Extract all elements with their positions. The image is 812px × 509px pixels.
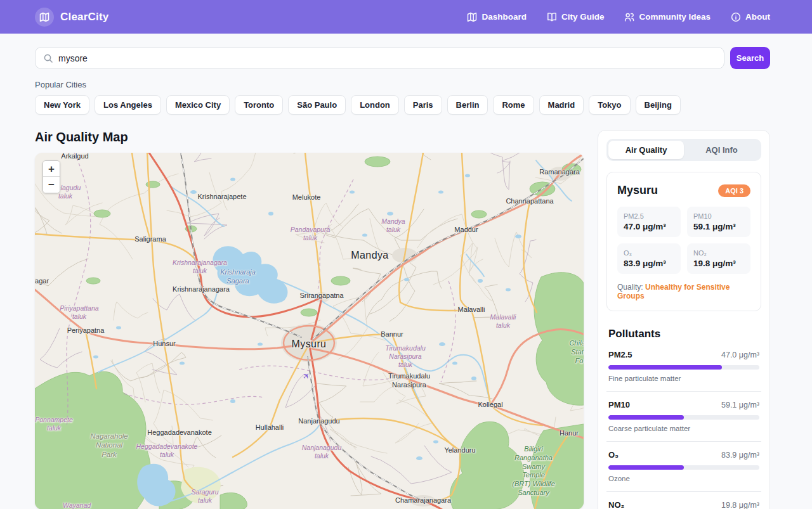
map-label: Channapattana: [506, 197, 553, 206]
map-label: Chamarajanagara: [395, 496, 451, 505]
pollutant-progress-fill: [608, 365, 722, 370]
map-label: Tirumakudalu Narasipura taluk: [385, 344, 426, 369]
air-quality-map[interactable]: Arkalgudakalagudu talukKrishnarajapeteMe…: [35, 153, 584, 509]
map-label: Chilan State Fo: [569, 339, 584, 365]
pollutant-name: O₃: [608, 450, 619, 460]
city-chip-london[interactable]: London: [351, 95, 399, 115]
tab-air-quality[interactable]: Air Quality: [608, 141, 684, 159]
map-zoom-control: + −: [43, 160, 60, 193]
city-chip-paris[interactable]: Paris: [404, 95, 442, 115]
map-label: Krishnarajapete: [197, 193, 246, 202]
city-chip-são-paulo[interactable]: São Paulo: [288, 95, 346, 115]
map-label: Hanur: [560, 429, 579, 438]
map-label: Saraguru taluk: [191, 488, 218, 505]
pollutant-row-pm25: PM2.5 47.0 μg/m³ Fine particulate matter: [606, 342, 761, 392]
nav-item-community-ideas[interactable]: Community Ideas: [624, 12, 710, 22]
map-label: Arkalgud: [61, 153, 88, 161]
stat-box-pm25: PM2.5 47.0 μg/m³: [617, 207, 681, 237]
pollutant-name: NO₂: [608, 500, 624, 509]
pollutant-description: Coarse particulate matter: [608, 425, 759, 432]
map-label: Yelanduru: [444, 446, 475, 455]
pollutant-description: Ozone: [608, 475, 759, 482]
map-label: Nanjanagudu taluk: [302, 444, 341, 460]
main-nav: DashboardCity GuideCommunity IdeasAbout: [467, 12, 770, 22]
pollutant-row-pm10: PM10 59.1 μg/m³ Coarse particulate matte…: [606, 392, 761, 442]
city-chip-berlin[interactable]: Berlin: [447, 95, 488, 115]
map-label: Saligrama: [134, 235, 166, 244]
map-label: Mandya: [351, 249, 388, 262]
map-label: Krishnarajanagara: [173, 285, 230, 294]
map-label: Heggadadevanakote: [147, 428, 212, 437]
map-labels-layer: Arkalgudakalagudu talukKrishnarajapeteMe…: [35, 153, 584, 509]
nav-item-dashboard[interactable]: Dashboard: [467, 12, 527, 22]
map-label: Krishnarajanagara taluk: [173, 259, 227, 275]
nav-item-city-guide[interactable]: City Guide: [547, 12, 605, 22]
city-chip-mexico-city[interactable]: Mexico City: [166, 95, 230, 115]
city-name: Mysuru: [617, 184, 658, 197]
map-label: nagar: [35, 277, 49, 286]
city-chip-tokyo[interactable]: Tokyo: [589, 95, 630, 115]
map-label: Nanjanagudu: [298, 417, 339, 426]
map-label: Malavalli: [458, 306, 485, 314]
map-icon: [35, 8, 54, 27]
book-icon: [547, 12, 557, 22]
map-label: Wayanad: [63, 501, 91, 509]
search-box: [35, 47, 724, 69]
map-label: Nagarahole National Park: [90, 432, 128, 459]
search-icon: [43, 53, 53, 63]
pollutant-name: PM2.5: [608, 350, 632, 359]
map-label: Maddur: [454, 226, 478, 235]
map-label: Ramanagara: [539, 168, 580, 177]
pollutant-stat-grid: PM2.5 47.0 μg/m³PM10 59.1 μg/m³O₃ 83.9 μ…: [617, 207, 750, 274]
map-label: Mysuru: [292, 338, 327, 351]
users-icon: [624, 12, 634, 22]
pollutant-row-o: O₃ 83.9 μg/m³ Ozone: [606, 442, 761, 492]
map-icon: [467, 12, 477, 22]
quality-line: Quality: Unhealthy for Sensitive Groups: [617, 283, 750, 300]
stat-label: PM10: [693, 212, 744, 220]
pollutant-progress-track: [608, 465, 759, 470]
pollutant-progress-fill: [608, 465, 684, 470]
map-label: Heggadadevanakote taluk: [136, 442, 198, 459]
map-label: Mandya taluk: [381, 217, 405, 234]
map-label: Hullahalli: [256, 423, 284, 432]
search-button[interactable]: Search: [730, 47, 770, 69]
map-label: Melukote: [292, 193, 321, 202]
stat-box-pm10: PM10 59.1 μg/m³: [687, 207, 750, 237]
city-chip-madrid[interactable]: Madrid: [539, 95, 584, 115]
pollutant-value: 19.8 μg/m³: [721, 501, 759, 509]
brand[interactable]: ClearCity: [35, 8, 108, 27]
popular-cities-list: New YorkLos AngelesMexico CityTorontoSão…: [35, 95, 770, 115]
nav-item-about[interactable]: About: [731, 12, 770, 22]
city-chip-beijing[interactable]: Beijing: [636, 95, 681, 115]
map-label: Tirumakudalu Narasipura: [388, 372, 430, 390]
stat-box-o: O₃ 83.9 μg/m³: [617, 243, 681, 274]
pollutant-name: PM10: [608, 400, 630, 409]
map-label: Srirangapatna: [299, 292, 343, 300]
stat-value: 19.8 μg/m³: [693, 259, 744, 268]
city-chip-rome[interactable]: Rome: [493, 95, 534, 115]
city-chip-los-angeles[interactable]: Los Angeles: [95, 95, 161, 115]
pollutant-value: 59.1 μg/m³: [721, 401, 759, 409]
tab-aqi-info[interactable]: AQI Info: [684, 141, 759, 159]
city-chip-toronto[interactable]: Toronto: [235, 95, 283, 115]
map-column: Air Quality Map: [35, 130, 584, 509]
stat-label: PM2.5: [624, 212, 674, 220]
map-label: Pandavapura taluk: [291, 226, 330, 242]
info-icon: [731, 12, 741, 22]
map-label: Bannur: [381, 330, 403, 339]
city-chip-new-york[interactable]: New York: [35, 95, 89, 115]
map-label: Piriyapattana taluk: [60, 304, 98, 321]
page-title: Air Quality Map: [35, 130, 584, 145]
zoom-in-button[interactable]: +: [43, 161, 60, 177]
stat-box-no: NO₂ 19.8 μg/m³: [687, 243, 750, 274]
search-input[interactable]: [58, 53, 716, 63]
stat-label: NO₂: [693, 249, 744, 257]
stat-label: O₃: [624, 249, 674, 257]
zoom-out-button[interactable]: −: [43, 177, 60, 193]
stat-value: 59.1 μg/m³: [693, 222, 744, 231]
pollutant-description: Fine particulate matter: [608, 375, 759, 382]
map-label: Ponnampete taluk: [35, 416, 73, 432]
pollutant-progress-track: [608, 415, 759, 420]
popular-cities-label: Popular Cities: [35, 80, 812, 89]
